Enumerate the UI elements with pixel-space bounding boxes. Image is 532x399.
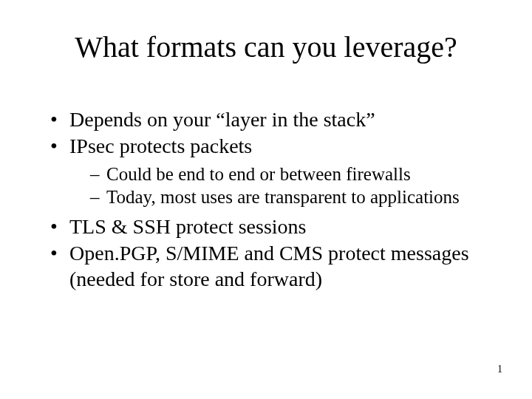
slide-body: Depends on your “layer in the stack” IPs… [50,107,494,293]
bullet-item: Depends on your “layer in the stack” [50,107,494,132]
sub-bullet-item: Could be end to end or between firewalls [90,163,494,186]
bullet-list: Depends on your “layer in the stack” IPs… [50,107,494,292]
sub-bullet-item: Today, most uses are transparent to appl… [90,186,494,209]
page-number: 1 [497,364,502,375]
bullet-item: IPsec protects packets Could be end to e… [50,134,494,208]
bullet-text: IPsec protects packets [69,134,252,157]
slide-title: What formats can you leverage? [0,30,532,64]
bullet-item: TLS & SSH protect sessions [50,214,494,239]
bullet-item: Open.PGP, S/MIME and CMS protect message… [50,241,494,291]
slide: What formats can you leverage? Depends o… [0,0,532,399]
sub-bullet-list: Could be end to end or between firewalls… [69,163,494,208]
